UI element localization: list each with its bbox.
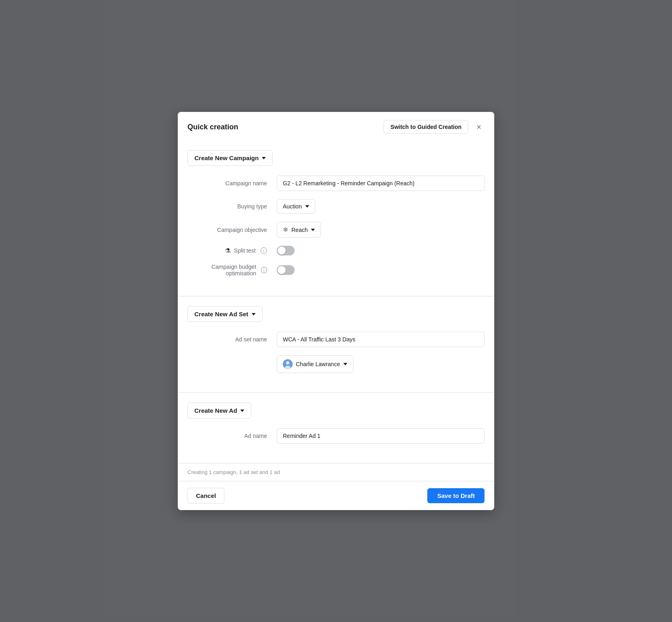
buying-type-control: Auction bbox=[277, 199, 485, 214]
account-control: Charlie Lawrance bbox=[277, 355, 485, 373]
campaign-name-label: Campaign name bbox=[187, 180, 277, 187]
split-test-row: ⚗ Split test i bbox=[187, 246, 485, 255]
campaign-name-field-wrap bbox=[277, 176, 485, 191]
campaign-objective-value: Reach bbox=[291, 227, 308, 233]
campaign-objective-label: Campaign objective bbox=[187, 227, 277, 233]
ad-set-name-label: Ad set name bbox=[187, 336, 277, 343]
ad-set-chevron-icon bbox=[252, 313, 256, 315]
campaign-budget-label-group: Campaign budget optimisation i bbox=[187, 264, 267, 277]
buying-type-value: Auction bbox=[283, 203, 302, 210]
ad-name-label: Ad name bbox=[187, 433, 277, 439]
modal-header-right: Switch to Guided Creation × bbox=[383, 120, 485, 134]
modal-header: Quick creation Switch to Guided Creation… bbox=[178, 112, 494, 140]
split-test-info-icon[interactable]: i bbox=[261, 247, 267, 254]
modal-title: Quick creation bbox=[187, 123, 238, 131]
campaign-budget-toggle[interactable] bbox=[277, 265, 295, 275]
ad-chevron-icon bbox=[240, 410, 244, 412]
footer-summary: Creating 1 campaign, 1 ad set and 1 ad bbox=[178, 463, 494, 481]
modal-footer: Cancel Save to Draft bbox=[178, 481, 494, 510]
svg-point-2 bbox=[285, 366, 291, 369]
ad-name-field-wrap bbox=[277, 428, 485, 444]
campaign-budget-row: Campaign budget optimisation i bbox=[187, 264, 485, 277]
objective-chevron-icon bbox=[311, 229, 315, 231]
campaign-chevron-icon bbox=[262, 157, 266, 159]
account-row: Charlie Lawrance bbox=[187, 355, 485, 373]
create-new-ad-btn[interactable]: Create New Ad bbox=[187, 403, 251, 418]
buying-type-chevron-icon bbox=[305, 205, 309, 208]
campaign-name-row: Campaign name bbox=[187, 176, 485, 191]
ad-section: Create New Ad Ad name bbox=[178, 393, 494, 463]
cancel-btn[interactable]: Cancel bbox=[187, 488, 224, 504]
modal-overlay: Quick creation Switch to Guided Creation… bbox=[0, 0, 672, 622]
split-test-label-wrap: ⚗ Split test i bbox=[187, 247, 277, 255]
ad-set-name-field-wrap bbox=[277, 332, 485, 347]
ad-set-name-row: Ad set name bbox=[187, 332, 485, 347]
campaign-objective-control: ❄ Reach bbox=[277, 222, 485, 238]
create-ad-set-label: Create New Ad Set bbox=[194, 311, 248, 317]
account-name: Charlie Lawrance bbox=[296, 361, 340, 367]
save-to-draft-btn[interactable]: Save to Draft bbox=[427, 488, 485, 503]
campaign-objective-dropdown[interactable]: ❄ Reach bbox=[277, 222, 321, 238]
flask-icon: ⚗ bbox=[225, 247, 230, 255]
buying-type-label: Buying type bbox=[187, 203, 277, 210]
quick-creation-modal: Quick creation Switch to Guided Creation… bbox=[178, 112, 494, 510]
campaign-budget-control bbox=[277, 265, 485, 275]
modal-body: Create New Campaign Campaign name Buying… bbox=[178, 140, 494, 510]
summary-text: Creating 1 campaign, 1 ad set and 1 ad bbox=[187, 469, 280, 475]
campaign-budget-label-wrap: Campaign budget optimisation i bbox=[187, 264, 277, 277]
campaign-section: Create New Campaign Campaign name Buying… bbox=[178, 140, 494, 296]
account-chevron-icon bbox=[343, 363, 347, 365]
ad-name-input[interactable] bbox=[277, 428, 485, 444]
svg-point-1 bbox=[286, 361, 289, 365]
budget-info-icon[interactable]: i bbox=[261, 267, 267, 273]
create-new-ad-set-btn[interactable]: Create New Ad Set bbox=[187, 306, 263, 322]
campaign-objective-row: Campaign objective ❄ Reach bbox=[187, 222, 485, 238]
split-test-label: Split test bbox=[234, 247, 256, 254]
buying-type-row: Buying type Auction bbox=[187, 199, 485, 214]
avatar bbox=[283, 359, 293, 369]
create-campaign-label: Create New Campaign bbox=[194, 154, 258, 161]
create-ad-label: Create New Ad bbox=[194, 407, 237, 414]
account-dropdown[interactable]: Charlie Lawrance bbox=[277, 355, 353, 373]
ad-name-row: Ad name bbox=[187, 428, 485, 444]
avatar-img bbox=[283, 359, 293, 369]
switch-to-guided-btn[interactable]: Switch to Guided Creation bbox=[383, 120, 468, 134]
split-test-toggle[interactable] bbox=[277, 246, 295, 255]
ad-set-section: Create New Ad Set Ad set name bbox=[178, 296, 494, 393]
campaign-name-input[interactable] bbox=[277, 176, 485, 191]
reach-icon: ❄ bbox=[283, 226, 288, 234]
buying-type-dropdown[interactable]: Auction bbox=[277, 199, 315, 214]
close-modal-btn[interactable]: × bbox=[473, 121, 485, 133]
split-test-control bbox=[277, 246, 485, 255]
campaign-budget-label: Campaign budget optimisation bbox=[187, 264, 256, 277]
ad-set-name-input[interactable] bbox=[277, 332, 485, 347]
split-test-label-group: ⚗ Split test i bbox=[187, 247, 267, 255]
create-new-campaign-btn[interactable]: Create New Campaign bbox=[187, 150, 273, 166]
